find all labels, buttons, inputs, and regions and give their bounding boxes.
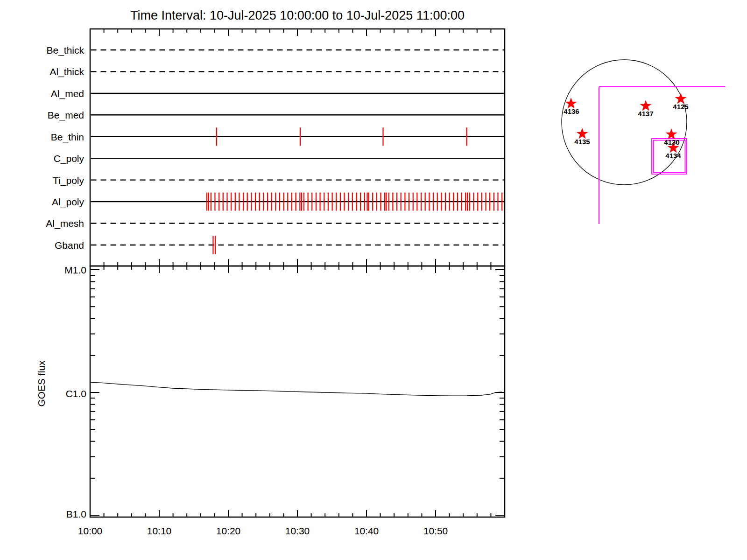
figure-title: Time Interval: 10-Jul-2025 10:00:00 to 1… bbox=[130, 8, 465, 22]
filter-panel-frame bbox=[90, 29, 505, 266]
flux-axis-ticks-group bbox=[90, 270, 505, 515]
filter-label-gband: Gband bbox=[55, 240, 84, 251]
filter-label-al-poly: Al_poly bbox=[52, 196, 84, 208]
filter-rows-group bbox=[91, 50, 504, 254]
active-region-label-4137: 4137 bbox=[638, 110, 653, 118]
goes-flux-axis-title: GOES flux bbox=[36, 360, 47, 407]
filter-label-be-thin: Be_thin bbox=[51, 132, 84, 143]
goes-curve-group bbox=[90, 382, 502, 396]
filter-label-al-thick: Al_thick bbox=[49, 66, 84, 77]
filter-label-ti-poly: Ti_poly bbox=[53, 175, 84, 186]
active-region-label-4130: 4130 bbox=[664, 138, 679, 146]
active-region-label-4135: 4135 bbox=[574, 138, 590, 146]
xtick-label-1030: 10:30 bbox=[285, 525, 310, 536]
filter-label-al-mesh: Al_mesh bbox=[46, 218, 84, 229]
xtick-label-1040: 10:40 bbox=[354, 525, 379, 536]
solar-limb-circle bbox=[562, 60, 687, 185]
figure-svg: Time Interval: 10-Jul-2025 10:00:00 to 1… bbox=[0, 0, 747, 560]
filter-label-be-med: Be_med bbox=[48, 110, 84, 121]
xtick-label-1050: 10:50 bbox=[423, 525, 448, 536]
filter-label-c-poly: C_poly bbox=[54, 153, 85, 164]
xtick-label-1020: 10:20 bbox=[216, 525, 241, 536]
ytick-label-b1: B1.0 bbox=[66, 509, 86, 519]
ytick-label-m1: M1.0 bbox=[64, 265, 86, 275]
active-region-label-4134: 4134 bbox=[665, 152, 681, 160]
active-region-label-4136: 4136 bbox=[564, 107, 579, 115]
filter-label-al-med: Al_med bbox=[51, 88, 84, 99]
xrt-timeline-figure: Time Interval: 10-Jul-2025 10:00:00 to 1… bbox=[0, 0, 747, 560]
xtick-label-1010: 10:10 bbox=[147, 525, 172, 536]
active-region-label-4125: 4125 bbox=[673, 103, 688, 111]
filter-label-be-thick: Be_thick bbox=[46, 45, 84, 56]
time-axis-ticks-group bbox=[104, 29, 491, 517]
xtick-label-1000: 10:00 bbox=[78, 525, 103, 536]
ytick-label-c1: C1.0 bbox=[66, 388, 86, 399]
goes-flux-curve bbox=[90, 382, 502, 396]
